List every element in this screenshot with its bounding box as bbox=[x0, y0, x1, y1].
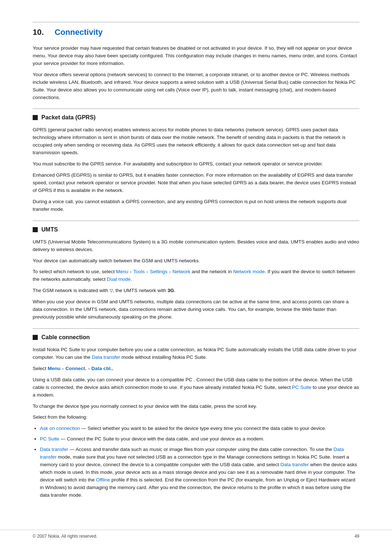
packet-data-title: Packet data (GPRS) bbox=[41, 113, 95, 122]
data-transfer-link-3[interactable]: Data transfer bbox=[281, 462, 309, 467]
packet-data-para3: Enhanced GPRS (EGPRS) is similar to GPRS… bbox=[33, 172, 359, 194]
chapter-number: 10. bbox=[33, 26, 44, 38]
chapter-title: 10. Connectivity bbox=[33, 26, 359, 38]
umts-para4-suffix: , the UMTS network with bbox=[113, 288, 168, 293]
cable-heading: Cable connection bbox=[33, 333, 359, 342]
umts-heading: UMTS bbox=[33, 225, 359, 234]
page-footer: © 2007 Nokia. All rights reserved. 49 bbox=[0, 530, 392, 539]
packet-data-para2: You must subscribe to the GPRS service. … bbox=[33, 160, 359, 168]
pc-suite-text: — Connect the PC Suite to your device wi… bbox=[59, 436, 264, 442]
umts-network-mode-link[interactable]: Network mode bbox=[233, 269, 265, 274]
cable-para4: Select from the following: bbox=[33, 414, 359, 421]
cable-menu-link[interactable]: Menu bbox=[48, 366, 60, 371]
packet-data-para4: During a voice call, you cannot establis… bbox=[33, 198, 359, 213]
cable-divider bbox=[33, 328, 359, 329]
umts-para3-mid: and the network in bbox=[191, 269, 233, 274]
cable-select-text: Select bbox=[33, 366, 48, 371]
data-transfer-link[interactable]: Data transfer bbox=[40, 447, 68, 452]
pc-suite-link-inline[interactable]: PC Suite bbox=[292, 385, 311, 390]
umts-tools-link[interactable]: Tools bbox=[133, 269, 145, 274]
data-transfer-text1: — Access and transfer data such as music… bbox=[68, 447, 334, 452]
umts-para4-prefix: The GSM network is indicated with bbox=[33, 288, 110, 293]
umts-para4-end: . bbox=[174, 288, 175, 293]
packet-data-divider bbox=[33, 108, 359, 109]
umts-para1: UMTS (Universal Mobile Telecommunication… bbox=[33, 238, 359, 254]
cable-arrow2: › bbox=[87, 366, 91, 371]
offline-link[interactable]: Offline bbox=[96, 477, 110, 483]
umts-icon bbox=[33, 227, 38, 232]
cable-data-cbl-link[interactable]: Data cbl.. bbox=[91, 366, 113, 371]
list-item-pc-suite: PC Suite — Connect the PC Suite to your … bbox=[40, 435, 359, 443]
ask-on-connection-text: — Select whether you want to be asked fo… bbox=[80, 426, 326, 431]
umts-arrow1: › bbox=[129, 270, 132, 274]
umts-para3-prefix: To select which network to use, select bbox=[33, 269, 116, 274]
cable-para2: Using a USB data cable, you can connect … bbox=[33, 376, 359, 399]
intro-para-1: Your service provider may have requested… bbox=[33, 45, 359, 67]
page-container: 10. Connectivity Your service provider m… bbox=[0, 0, 392, 554]
cable-para1-suffix: mode without installing Nokia PC Suite. bbox=[120, 354, 207, 360]
list-item-ask: Ask on connection — Select whether you w… bbox=[40, 425, 359, 432]
list-item-data-transfer: Data transfer — Access and transfer data… bbox=[40, 446, 359, 499]
footer-copyright: © 2007 Nokia. All rights reserved. bbox=[33, 533, 97, 539]
umts-para2: Your device can automatically switch bet… bbox=[33, 257, 359, 265]
umts-menu-link[interactable]: Menu bbox=[116, 269, 128, 274]
umts-para5: When you use your device in GSM and UMTS… bbox=[33, 298, 359, 321]
umts-arrow2: › bbox=[146, 270, 149, 274]
cable-select-line: Select Menu › Connect. › Data cbl.. bbox=[33, 365, 359, 373]
cable-connect-link[interactable]: Connect. bbox=[65, 366, 86, 371]
footer-page-number: 49 bbox=[355, 533, 359, 539]
umts-title: UMTS bbox=[41, 225, 58, 234]
cable-para1: Install Nokia PC Suite to your computer … bbox=[33, 346, 359, 361]
gsm-symbol: ▽ bbox=[110, 288, 113, 293]
umts-arrow3: › bbox=[168, 270, 172, 274]
umts-settings-link[interactable]: Settings bbox=[150, 269, 167, 274]
data-transfer-link-1[interactable]: Data transfer bbox=[92, 354, 120, 360]
cable-list: Ask on connection — Select whether you w… bbox=[40, 425, 359, 499]
cable-arrow1: › bbox=[61, 366, 65, 371]
cable-icon bbox=[33, 335, 38, 340]
umts-network-link[interactable]: Network bbox=[172, 269, 191, 274]
packet-data-icon bbox=[33, 115, 38, 120]
header-rule bbox=[33, 22, 359, 22]
cable-title: Cable connection bbox=[41, 333, 90, 342]
umts-3g-symbol: 3G bbox=[167, 288, 174, 293]
umts-para4: The GSM network is indicated with ▽, the… bbox=[33, 287, 359, 295]
umts-para3-period: . bbox=[131, 276, 132, 282]
packet-data-heading: Packet data (GPRS) bbox=[33, 113, 359, 122]
umts-para3: To select which network to use, select M… bbox=[33, 268, 359, 283]
packet-data-para1: GPRS (general packet radio service) enab… bbox=[33, 126, 359, 157]
chapter-name: Connectivity bbox=[55, 26, 103, 38]
ask-on-connection-link[interactable]: Ask on connection bbox=[40, 426, 80, 431]
intro-para-2: Your device offers several options (netw… bbox=[33, 71, 359, 102]
cable-para3: To change the device type you normally c… bbox=[33, 403, 359, 410]
umts-divider bbox=[33, 221, 359, 221]
umts-dual-link[interactable]: Dual mode bbox=[107, 276, 131, 282]
pc-suite-link[interactable]: PC Suite bbox=[40, 436, 59, 442]
